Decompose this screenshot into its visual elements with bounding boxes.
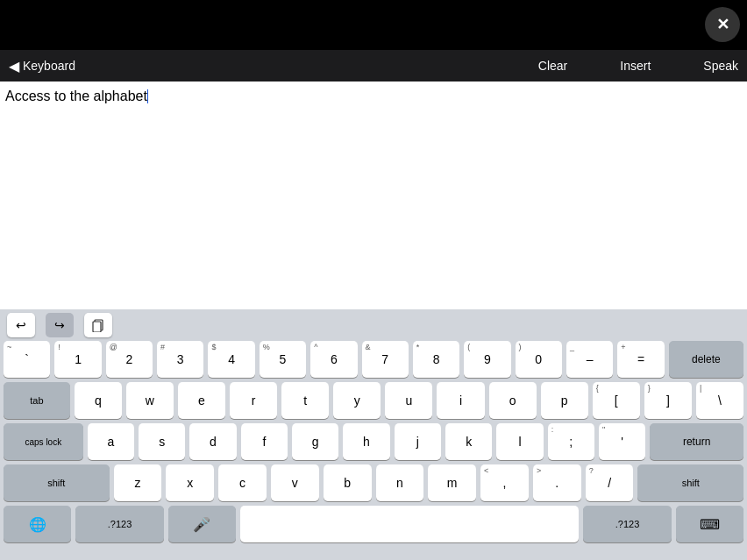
paste-button[interactable]: [84, 313, 112, 337]
key-m[interactable]: m: [428, 464, 476, 501]
key-n[interactable]: n: [376, 464, 424, 501]
key-backtick[interactable]: ~`: [4, 341, 50, 378]
globe-key[interactable]: 🌐: [4, 506, 71, 542]
key-r[interactable]: r: [230, 382, 277, 419]
key-k[interactable]: k: [445, 423, 492, 460]
home-row: caps lock a s d f g h j k l :; "' return: [0, 423, 747, 460]
key-l[interactable]: l: [496, 423, 543, 460]
key-a[interactable]: a: [88, 423, 134, 460]
key-i[interactable]: i: [437, 382, 484, 419]
bottom-row: shift z x c v b n m <, >. ?/ shift: [0, 464, 747, 501]
key-d[interactable]: d: [189, 423, 236, 460]
key-9[interactable]: (9: [464, 341, 510, 378]
insert-button[interactable]: Insert: [620, 59, 651, 73]
text-content: Access to the alphabet: [5, 89, 147, 103]
key-equals[interactable]: +=: [617, 341, 664, 378]
keyboard-back-button[interactable]: Keyboard: [23, 59, 75, 73]
space-key[interactable]: [240, 506, 579, 542]
text-area[interactable]: Access to the alphabet: [0, 82, 747, 309]
key-period[interactable]: >.: [533, 464, 581, 501]
key-j[interactable]: j: [395, 423, 441, 460]
key-w[interactable]: w: [126, 382, 174, 419]
key-f[interactable]: f: [241, 423, 288, 460]
key-g[interactable]: g: [292, 423, 338, 460]
key-bracket-close[interactable]: }]: [644, 382, 692, 419]
back-icon: ◀: [9, 58, 19, 74]
num123-left-key[interactable]: .?123: [75, 506, 163, 542]
key-0[interactable]: )0: [516, 341, 562, 378]
key-bracket-open[interactable]: {[: [593, 382, 640, 419]
key-o[interactable]: o: [489, 382, 537, 419]
svg-rect-1: [93, 322, 101, 332]
space-row: 🌐 .?123 🎤 .?123 ⌨: [0, 506, 747, 542]
qwerty-row: tab q w e r t y u i o p {[ }] |\: [0, 382, 747, 419]
caps-lock-key[interactable]: caps lock: [4, 423, 83, 460]
key-minus[interactable]: _–: [566, 341, 613, 378]
key-h[interactable]: h: [343, 423, 389, 460]
close-button[interactable]: ✕: [705, 7, 740, 42]
toolbar-left: ◀ Keyboard: [9, 58, 75, 74]
key-t[interactable]: t: [281, 382, 329, 419]
key-7[interactable]: &7: [362, 341, 409, 378]
key-1[interactable]: !1: [54, 341, 101, 378]
key-quote[interactable]: "': [599, 423, 645, 460]
text-cursor: [147, 89, 148, 103]
key-5[interactable]: %5: [260, 341, 306, 378]
number-row: ~` !1 @2 #3 $4 %5 ^6 &7 *8 (9 )0 _– += d…: [0, 341, 747, 378]
toolbar: ◀ Keyboard Clear Insert Speak: [0, 50, 747, 82]
shift-left-key[interactable]: shift: [4, 464, 110, 501]
keyboard-icon-key[interactable]: ⌨: [676, 506, 743, 542]
undo-button[interactable]: ↩: [7, 313, 35, 337]
return-key[interactable]: return: [650, 423, 743, 460]
clear-button[interactable]: Clear: [538, 59, 567, 73]
key-y[interactable]: y: [333, 382, 381, 419]
key-v[interactable]: v: [271, 464, 319, 501]
close-icon: ✕: [716, 17, 729, 32]
key-6[interactable]: ^6: [310, 341, 357, 378]
key-slash[interactable]: ?/: [586, 464, 634, 501]
key-8[interactable]: *8: [413, 341, 459, 378]
key-x[interactable]: x: [166, 464, 214, 501]
key-p[interactable]: p: [541, 382, 588, 419]
key-z[interactable]: z: [114, 464, 162, 501]
kb-toolbar: ↩ ↪: [0, 309, 747, 341]
key-q[interactable]: q: [75, 382, 122, 419]
shift-right-key[interactable]: shift: [637, 464, 743, 501]
key-e[interactable]: e: [178, 382, 225, 419]
delete-key[interactable]: delete: [669, 341, 743, 378]
key-s[interactable]: s: [139, 423, 185, 460]
key-semicolon[interactable]: :;: [548, 423, 594, 460]
key-2[interactable]: @2: [106, 341, 153, 378]
key-u[interactable]: u: [385, 382, 432, 419]
key-c[interactable]: c: [218, 464, 267, 501]
key-4[interactable]: $4: [208, 341, 254, 378]
key-backslash[interactable]: |\: [696, 382, 743, 419]
num123-right-key[interactable]: .?123: [583, 506, 671, 542]
mic-key[interactable]: 🎤: [168, 506, 236, 542]
tab-key[interactable]: tab: [4, 382, 70, 419]
keyboard: ↩ ↪ ~` !1 @2 #3 $4 %5 ^6 &7 *8 (9 )0 _– …: [0, 309, 747, 560]
key-comma[interactable]: <,: [480, 464, 529, 501]
redo-button[interactable]: ↪: [46, 313, 74, 337]
key-3[interactable]: #3: [157, 341, 203, 378]
key-b[interactable]: b: [324, 464, 372, 501]
toolbar-actions: Clear Insert Speak: [538, 59, 738, 73]
speak-button[interactable]: Speak: [703, 59, 738, 73]
paste-icon: [91, 318, 105, 332]
